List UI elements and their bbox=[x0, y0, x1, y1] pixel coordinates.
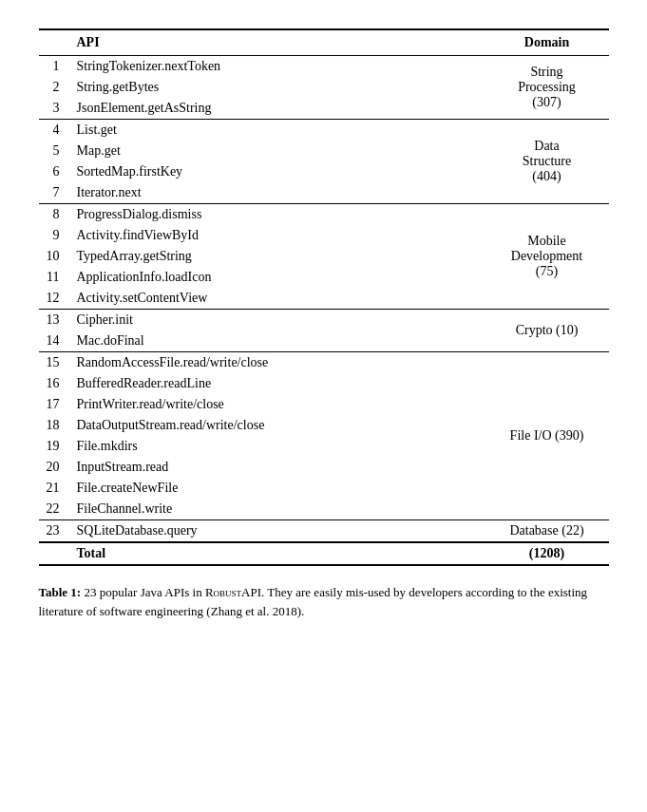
row-domain: Crypto (10) bbox=[485, 310, 609, 352]
row-api: Activity.findViewById bbox=[69, 225, 485, 246]
row-api: Iterator.next bbox=[69, 182, 485, 204]
row-domain: Database (22) bbox=[485, 520, 609, 543]
row-api: File.createNewFile bbox=[69, 478, 485, 499]
row-api: BufferedReader.readLine bbox=[69, 373, 485, 394]
row-number: 12 bbox=[39, 288, 69, 310]
total-label: Total bbox=[69, 542, 485, 565]
total-value: (1208) bbox=[485, 542, 609, 565]
row-number: 14 bbox=[39, 330, 69, 352]
row-number: 5 bbox=[39, 141, 69, 161]
row-api: SortedMap.firstKey bbox=[69, 161, 485, 182]
row-number: 19 bbox=[39, 436, 69, 457]
row-api: Cipher.init bbox=[69, 310, 485, 331]
row-number: 22 bbox=[39, 499, 69, 520]
row-number: 20 bbox=[39, 457, 69, 478]
row-number: 17 bbox=[39, 394, 69, 415]
row-api: DataOutputStream.read/write/close bbox=[69, 415, 485, 436]
robustapi-name: RobustAPI bbox=[205, 585, 261, 599]
table-caption: Table 1: 23 popular Java APIs in RobustA… bbox=[39, 583, 609, 620]
table-row: 13Cipher.initCrypto (10) bbox=[39, 310, 609, 331]
caption-text: 23 popular Java APIs in RobustAPI. They … bbox=[39, 585, 588, 618]
row-api: ProgressDialog.dismiss bbox=[69, 204, 485, 226]
row-number: 7 bbox=[39, 182, 69, 204]
row-api: InputStream.read bbox=[69, 457, 485, 478]
row-number: 18 bbox=[39, 415, 69, 436]
api-table: API Domain 1StringTokenizer.nextTokenStr… bbox=[39, 28, 609, 566]
row-number: 10 bbox=[39, 246, 69, 267]
row-number: 13 bbox=[39, 310, 69, 331]
row-api: JsonElement.getAsString bbox=[69, 98, 485, 120]
row-api: Map.get bbox=[69, 141, 485, 161]
row-api: FileChannel.write bbox=[69, 499, 485, 520]
row-domain: DataStructure(404) bbox=[485, 120, 609, 204]
table-row: 1StringTokenizer.nextTokenStringProcessi… bbox=[39, 56, 609, 78]
table-row: 8ProgressDialog.dismissMobileDevelopment… bbox=[39, 204, 609, 226]
row-api: RandomAccessFile.read/write/close bbox=[69, 352, 485, 374]
row-number: 4 bbox=[39, 120, 69, 142]
row-api: String.getBytes bbox=[69, 77, 485, 98]
header-domain: Domain bbox=[485, 29, 609, 56]
row-number: 11 bbox=[39, 267, 69, 288]
row-domain: MobileDevelopment(75) bbox=[485, 204, 609, 310]
row-api: PrintWriter.read/write/close bbox=[69, 394, 485, 415]
row-api: ApplicationInfo.loadIcon bbox=[69, 267, 485, 288]
table-row: 4List.getDataStructure(404) bbox=[39, 120, 609, 142]
caption-label: Table 1: bbox=[39, 585, 82, 599]
row-domain: File I/O (390) bbox=[485, 352, 609, 520]
row-number: 8 bbox=[39, 204, 69, 226]
table-header-row: API Domain bbox=[39, 29, 609, 56]
table-row: 15RandomAccessFile.read/write/closeFile … bbox=[39, 352, 609, 374]
header-api: API bbox=[69, 29, 485, 56]
row-number: 15 bbox=[39, 352, 69, 374]
row-number: 6 bbox=[39, 161, 69, 182]
row-number: 9 bbox=[39, 225, 69, 246]
row-number: 16 bbox=[39, 373, 69, 394]
row-api: Mac.doFinal bbox=[69, 330, 485, 352]
header-number bbox=[39, 29, 69, 56]
row-domain: StringProcessing(307) bbox=[485, 56, 609, 120]
total-row: Total(1208) bbox=[39, 542, 609, 565]
row-api: TypedArray.getString bbox=[69, 246, 485, 267]
row-api: File.mkdirs bbox=[69, 436, 485, 457]
row-api: SQLiteDatabase.query bbox=[69, 520, 485, 543]
row-api: List.get bbox=[69, 120, 485, 142]
row-number: 1 bbox=[39, 56, 69, 78]
row-api: Activity.setContentView bbox=[69, 288, 485, 310]
table-row: 23SQLiteDatabase.queryDatabase (22) bbox=[39, 520, 609, 543]
row-api: StringTokenizer.nextToken bbox=[69, 56, 485, 78]
page-container: API Domain 1StringTokenizer.nextTokenStr… bbox=[39, 28, 609, 620]
row-number: 21 bbox=[39, 478, 69, 499]
row-number: 23 bbox=[39, 520, 69, 543]
row-number: 3 bbox=[39, 98, 69, 120]
row-number: 2 bbox=[39, 77, 69, 98]
total-empty bbox=[39, 542, 69, 565]
